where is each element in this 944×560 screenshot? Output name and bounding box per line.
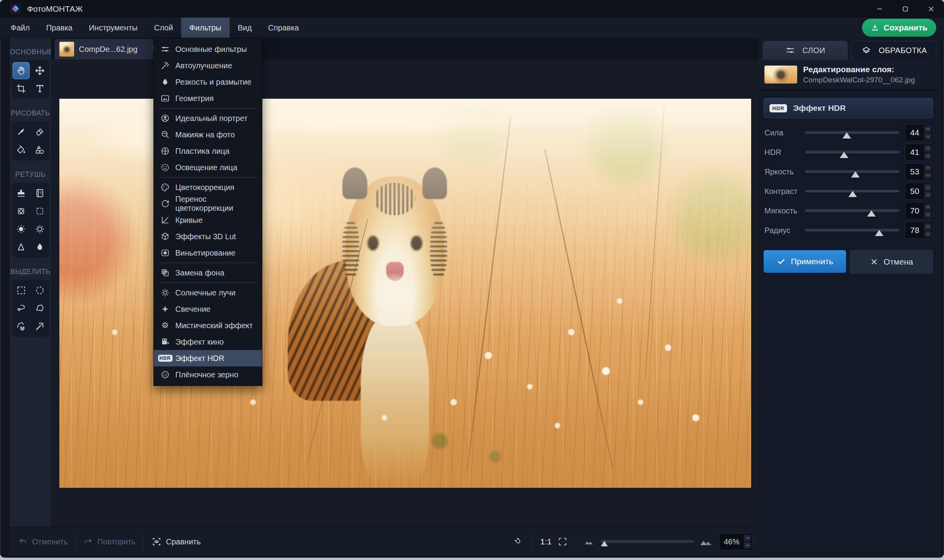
move-tool-button[interactable]: [31, 62, 48, 79]
tab-layers[interactable]: СЛОИ: [763, 41, 848, 59]
filters-menu-item-perfect-portrait[interactable]: Идеальный портрет: [154, 110, 262, 126]
close-button[interactable]: [918, 0, 944, 18]
menu-help[interactable]: Справка: [260, 18, 307, 38]
text-tool-button[interactable]: [31, 80, 48, 97]
stepper-down-button[interactable]: [924, 172, 932, 179]
sharpen-tool-button[interactable]: [12, 238, 30, 256]
stepper-up-button[interactable]: [924, 165, 932, 171]
effect-header[interactable]: HDR Эффект HDR: [764, 98, 933, 118]
filters-menu-item-curves[interactable]: Кривые: [154, 212, 262, 228]
filters-menu-item-glow[interactable]: Свечение: [154, 301, 262, 317]
rect-select-tool-button[interactable]: [12, 282, 30, 299]
tab-processing[interactable]: ОБРАБОТКА: [851, 41, 936, 60]
clone-stamp-tool-button[interactable]: [12, 185, 30, 202]
stepper-up-button[interactable]: [924, 184, 932, 191]
filters-menu-item-vignette[interactable]: Виньетирование: [154, 245, 262, 261]
menu-layer[interactable]: Слой: [146, 18, 181, 38]
fill-tool-button[interactable]: [12, 141, 30, 158]
hand-tool-button[interactable]: [12, 62, 30, 79]
contrast-slider[interactable]: [805, 181, 899, 201]
sliders-icon: [160, 44, 170, 54]
brush-tool-button[interactable]: [12, 123, 30, 140]
filters-menu-item-basic-filters[interactable]: Основные фильтры: [154, 41, 262, 57]
document-tab[interactable]: CompDe...62.jpg ×: [55, 39, 162, 59]
menu-view[interactable]: Вид: [230, 18, 260, 38]
stepper-up-button[interactable]: [924, 223, 932, 230]
magnetic-lasso-tool-button[interactable]: [12, 318, 30, 335]
actual-size-button[interactable]: 1:1: [540, 537, 552, 546]
filters-menu-item-geometry[interactable]: Геометрия: [154, 90, 262, 107]
layers-icon: [861, 45, 872, 56]
zoom-in-mountains-icon[interactable]: [700, 537, 713, 546]
healing-tool-button[interactable]: ?: [31, 185, 48, 202]
zoom-out-mountains-icon[interactable]: [584, 538, 595, 546]
hdr-value-field[interactable]: 41: [905, 144, 933, 161]
menu-filters[interactable]: Фильтры: [181, 18, 230, 38]
filters-menu-item-face-sculpt[interactable]: Пластика лица: [154, 143, 262, 159]
stepper-down-button[interactable]: [744, 542, 751, 549]
apply-button[interactable]: Применить: [764, 250, 846, 273]
filters-menu-item-face-lighting[interactable]: Освещение лица: [154, 159, 262, 176]
menu-tools[interactable]: Инструменты: [81, 18, 146, 38]
brightness-value-field[interactable]: 53: [905, 163, 933, 180]
redo-button[interactable]: Повторить: [84, 537, 135, 546]
texture-patch-tool-button[interactable]: [31, 203, 48, 220]
save-button[interactable]: Сохранить: [862, 19, 936, 37]
filters-menu-item-mystic-effect[interactable]: Мистический эффект: [154, 317, 262, 334]
filters-menu-item-background-replace[interactable]: Замена фона: [154, 265, 262, 281]
filters-menu-item-film-grain[interactable]: Плёночное зерно: [154, 366, 262, 383]
shapes-tool-button[interactable]: [31, 141, 48, 158]
ellipse-select-tool-button[interactable]: [31, 282, 48, 299]
stepper-down-button[interactable]: [924, 192, 932, 198]
minimize-button[interactable]: [867, 0, 892, 18]
magic-wand-tool-button[interactable]: [31, 318, 48, 335]
stepper-up-button[interactable]: [744, 535, 751, 541]
hdr-slider[interactable]: [805, 142, 899, 162]
stepper-up-button[interactable]: [924, 204, 932, 210]
undo-button[interactable]: Отменить: [18, 537, 68, 546]
compare-button[interactable]: Сравнить: [151, 537, 201, 547]
filters-menu-item-color-transfer[interactable]: Перенос цветокоррекции: [154, 196, 262, 212]
filters-menu-item-hdr-effect[interactable]: HDR Эффект HDR: [154, 350, 262, 366]
radius-value-field[interactable]: 78: [905, 222, 933, 239]
stepper-down-button[interactable]: [924, 133, 932, 140]
maximize-button[interactable]: [892, 0, 918, 18]
menu-file[interactable]: Файл: [2, 18, 38, 38]
divider: [75, 533, 76, 550]
zoom-slider[interactable]: [600, 534, 694, 549]
cancel-button[interactable]: Отмена: [850, 250, 933, 274]
filters-menu-item-color-correction[interactable]: Цветокоррекция: [154, 179, 262, 196]
brightness-slider[interactable]: [805, 162, 899, 181]
softness-value-field[interactable]: 70: [905, 202, 933, 219]
radius-slider[interactable]: [805, 220, 899, 240]
filters-menu-item-sharpness-blur[interactable]: Резкость и размытие: [154, 74, 262, 90]
blur-tool-button[interactable]: [31, 238, 48, 256]
fit-screen-icon[interactable]: [557, 537, 568, 547]
polygon-lasso-tool-button[interactable]: [31, 300, 48, 317]
filters-menu-item-sun-rays[interactable]: Солнечные лучи: [154, 284, 262, 301]
magnet-icon[interactable]: [513, 537, 524, 547]
lasso-tool-button[interactable]: [12, 300, 30, 317]
stepper-up-button[interactable]: [924, 145, 932, 152]
filters-menu-item-photo-makeup[interactable]: Макияж на фото: [154, 126, 262, 143]
contrast-value-field[interactable]: 50: [905, 183, 933, 200]
crop-tool-button[interactable]: [12, 80, 30, 97]
zoom-slider-track[interactable]: [600, 540, 694, 543]
stepper-down-button[interactable]: [924, 211, 932, 218]
patch-tool-button[interactable]: [12, 203, 30, 220]
softness-slider[interactable]: [805, 201, 899, 220]
burn-tool-button[interactable]: [31, 220, 48, 238]
filters-menu-item-3d-lut[interactable]: Эффекты 3D Lut: [154, 228, 262, 245]
eraser-tool-button[interactable]: [31, 123, 48, 140]
zoom-percent-field[interactable]: 46%: [719, 533, 753, 550]
strength-value-field[interactable]: 44: [905, 124, 933, 141]
filters-menu-item-auto-enhance[interactable]: Автоулучшение: [154, 57, 262, 74]
stepper-up-button[interactable]: [924, 126, 932, 132]
dodge-tool-button[interactable]: [12, 220, 30, 238]
stepper-down-button[interactable]: [924, 231, 932, 237]
menu-edit[interactable]: Правка: [38, 18, 81, 38]
filters-menu-item-cinema-effect[interactable]: Эффект кино: [154, 334, 262, 350]
zoom-slider-thumb[interactable]: [601, 541, 608, 546]
stepper-down-button[interactable]: [924, 153, 932, 159]
strength-slider[interactable]: [805, 123, 899, 142]
